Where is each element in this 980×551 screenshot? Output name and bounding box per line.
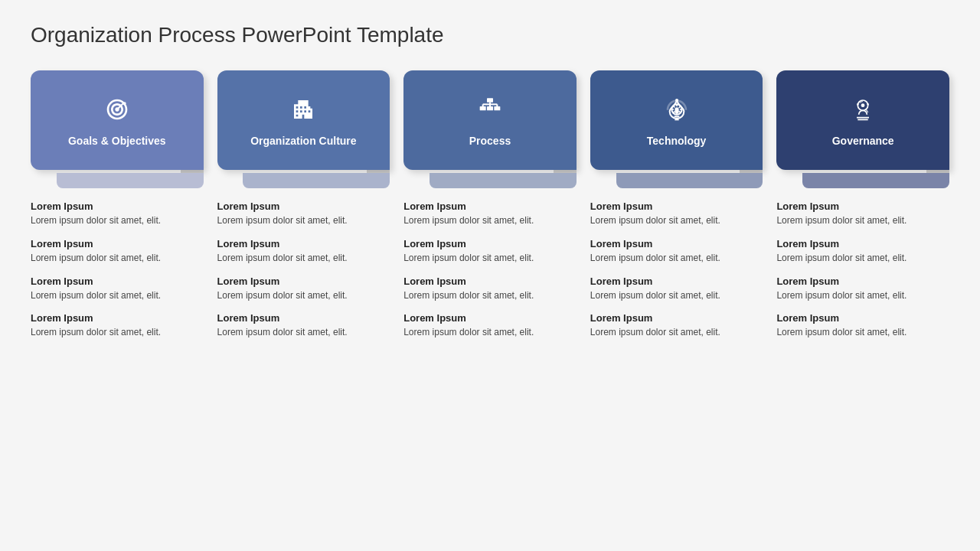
- target-icon: [100, 93, 134, 126]
- svg-point-16: [867, 103, 870, 106]
- list-item: Lorem IpsumLorem ipsum dolor sit amet, e…: [31, 201, 204, 227]
- list-item: Lorem IpsumLorem ipsum dolor sit amet, e…: [217, 312, 390, 339]
- content-block-text: Lorem ipsum dolor sit amet, elit.: [776, 326, 949, 339]
- list-item: Lorem IpsumLorem ipsum dolor sit amet, e…: [217, 238, 390, 265]
- content-block-text: Lorem ipsum dolor sit amet, elit.: [31, 252, 204, 265]
- gear-idea-icon: [660, 93, 694, 126]
- card-label-col-1: Goals & Objectives: [68, 134, 166, 148]
- content-block-text: Lorem ipsum dolor sit amet, elit.: [217, 289, 390, 302]
- content-block-title: Lorem Ipsum: [590, 312, 763, 324]
- brain-gear-icon: [846, 93, 880, 126]
- list-item: Lorem IpsumLorem ipsum dolor sit amet, e…: [590, 312, 763, 339]
- content-block-title: Lorem Ipsum: [31, 276, 204, 287]
- list-item: Lorem IpsumLorem ipsum dolor sit amet, e…: [31, 238, 204, 265]
- content-area-col-5: Lorem IpsumLorem ipsum dolor sit amet, e…: [776, 197, 949, 350]
- list-item: Lorem IpsumLorem ipsum dolor sit amet, e…: [590, 276, 763, 302]
- card-label-col-4: Technology: [647, 134, 707, 148]
- content-block-text: Lorem ipsum dolor sit amet, elit.: [403, 289, 577, 302]
- column-col-4: TechnologyLorem IpsumLorem ipsum dolor s…: [590, 70, 763, 350]
- content-block-title: Lorem Ipsum: [776, 238, 949, 249]
- content-block-text: Lorem ipsum dolor sit amet, elit.: [776, 289, 949, 302]
- content-area-col-1: Lorem IpsumLorem ipsum dolor sit amet, e…: [31, 197, 204, 350]
- content-block-text: Lorem ipsum dolor sit amet, elit.: [31, 326, 204, 339]
- svg-point-15: [861, 103, 865, 107]
- content-block-text: Lorem ipsum dolor sit amet, elit.: [217, 252, 390, 265]
- content-block-text: Lorem ipsum dolor sit amet, elit.: [31, 289, 204, 302]
- card-header-col-1: Goals & Objectives: [31, 70, 204, 170]
- card-header-col-5: Governance: [776, 70, 949, 170]
- content-block-title: Lorem Ipsum: [31, 238, 204, 249]
- content-area-col-4: Lorem IpsumLorem ipsum dolor sit amet, e…: [590, 197, 763, 350]
- svg-rect-4: [487, 106, 493, 110]
- list-item: Lorem IpsumLorem ipsum dolor sit amet, e…: [217, 276, 390, 302]
- content-block-title: Lorem Ipsum: [31, 312, 204, 324]
- card-header-col-4: Technology: [590, 70, 763, 170]
- content-block-title: Lorem Ipsum: [776, 276, 949, 287]
- list-item: Lorem IpsumLorem ipsum dolor sit amet, e…: [403, 312, 577, 339]
- list-item: Lorem IpsumLorem ipsum dolor sit amet, e…: [217, 201, 390, 227]
- card-shadow-col-4: [590, 173, 763, 188]
- list-item: Lorem IpsumLorem ipsum dolor sit amet, e…: [776, 276, 949, 302]
- content-area-col-2: Lorem IpsumLorem ipsum dolor sit amet, e…: [217, 197, 390, 350]
- content-block-title: Lorem Ipsum: [590, 238, 763, 249]
- card-shadow-col-3: [403, 173, 577, 188]
- column-col-1: Goals & ObjectivesLorem IpsumLorem ipsum…: [31, 70, 204, 350]
- page-title: Organization Process PowerPoint Template: [31, 23, 949, 47]
- svg-point-14: [675, 107, 678, 111]
- svg-point-17: [857, 103, 859, 106]
- list-item: Lorem IpsumLorem ipsum dolor sit amet, e…: [31, 312, 204, 339]
- list-item: Lorem IpsumLorem ipsum dolor sit amet, e…: [31, 276, 204, 302]
- content-block-text: Lorem ipsum dolor sit amet, elit.: [776, 214, 949, 227]
- column-col-3: ProcessLorem IpsumLorem ipsum dolor sit …: [403, 70, 577, 350]
- list-item: Lorem IpsumLorem ipsum dolor sit amet, e…: [403, 238, 577, 265]
- content-block-title: Lorem Ipsum: [590, 276, 763, 287]
- columns-container: Goals & ObjectivesLorem IpsumLorem ipsum…: [31, 70, 949, 350]
- content-block-text: Lorem ipsum dolor sit amet, elit.: [590, 326, 763, 339]
- content-block-title: Lorem Ipsum: [403, 238, 577, 249]
- content-block-title: Lorem Ipsum: [590, 201, 763, 212]
- list-item: Lorem IpsumLorem ipsum dolor sit amet, e…: [776, 201, 949, 227]
- content-block-title: Lorem Ipsum: [403, 312, 577, 324]
- list-item: Lorem IpsumLorem ipsum dolor sit amet, e…: [776, 238, 949, 265]
- content-block-title: Lorem Ipsum: [776, 201, 949, 212]
- content-block-text: Lorem ipsum dolor sit amet, elit.: [217, 326, 390, 339]
- svg-rect-5: [494, 106, 500, 110]
- content-block-title: Lorem Ipsum: [217, 312, 390, 324]
- card-label-col-3: Process: [469, 134, 511, 148]
- content-block-text: Lorem ipsum dolor sit amet, elit.: [776, 252, 949, 265]
- card-shadow-col-5: [776, 173, 949, 188]
- content-block-text: Lorem ipsum dolor sit amet, elit.: [590, 214, 763, 227]
- card-label-col-2: Organization Culture: [250, 134, 356, 148]
- svg-rect-2: [487, 98, 493, 102]
- list-item: Lorem IpsumLorem ipsum dolor sit amet, e…: [403, 201, 577, 227]
- list-item: Lorem IpsumLorem ipsum dolor sit amet, e…: [590, 201, 763, 227]
- content-block-title: Lorem Ipsum: [31, 201, 204, 212]
- content-block-text: Lorem ipsum dolor sit amet, elit.: [217, 214, 390, 227]
- content-block-title: Lorem Ipsum: [217, 238, 390, 249]
- svg-rect-3: [480, 106, 486, 110]
- svg-line-1: [117, 103, 124, 109]
- content-block-text: Lorem ipsum dolor sit amet, elit.: [403, 214, 577, 227]
- content-area-col-3: Lorem IpsumLorem ipsum dolor sit amet, e…: [403, 197, 577, 350]
- list-item: Lorem IpsumLorem ipsum dolor sit amet, e…: [590, 238, 763, 265]
- column-col-5: GovernanceLorem IpsumLorem ipsum dolor s…: [776, 70, 949, 350]
- card-label-col-5: Governance: [832, 134, 894, 148]
- list-item: Lorem IpsumLorem ipsum dolor sit amet, e…: [403, 276, 577, 302]
- content-block-text: Lorem ipsum dolor sit amet, elit.: [590, 289, 763, 302]
- card-shadow-col-2: [217, 173, 390, 188]
- card-shadow-col-1: [31, 173, 204, 188]
- content-block-title: Lorem Ipsum: [403, 276, 577, 287]
- content-block-title: Lorem Ipsum: [403, 201, 577, 212]
- content-block-title: Lorem Ipsum: [217, 201, 390, 212]
- content-block-text: Lorem ipsum dolor sit amet, elit.: [590, 252, 763, 265]
- column-col-2: Organization CultureLorem IpsumLorem ips…: [217, 70, 390, 350]
- content-block-text: Lorem ipsum dolor sit amet, elit.: [403, 326, 577, 339]
- list-item: Lorem IpsumLorem ipsum dolor sit amet, e…: [776, 312, 949, 339]
- building-icon: [286, 93, 320, 126]
- content-block-title: Lorem Ipsum: [217, 276, 390, 287]
- hierarchy-icon: [473, 93, 507, 126]
- content-block-title: Lorem Ipsum: [776, 312, 949, 324]
- card-header-col-3: Process: [403, 70, 577, 170]
- content-block-text: Lorem ipsum dolor sit amet, elit.: [31, 214, 204, 227]
- card-header-col-2: Organization Culture: [217, 70, 390, 170]
